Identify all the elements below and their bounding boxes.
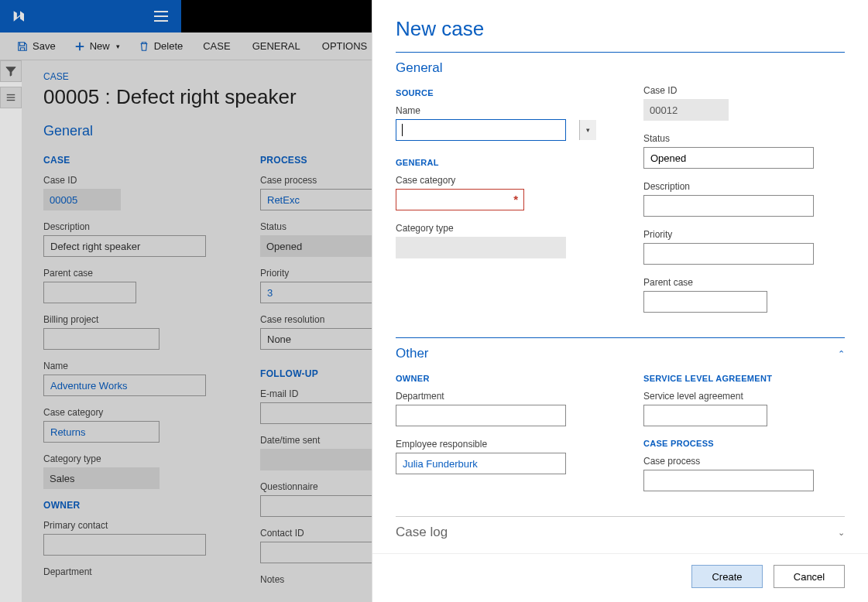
panel-category-type-field (396, 237, 566, 258)
group-case: CASE (43, 155, 229, 166)
panel-section-general: General SOURCE Name ▾ GENERAL Case ca (396, 52, 845, 337)
name-field[interactable] (43, 375, 206, 396)
group-sla: SERVICE LEVEL AGREEMENT (643, 374, 845, 383)
panel-section-general-header[interactable]: General (396, 60, 845, 76)
priority-field[interactable] (260, 282, 376, 303)
dropdown-button[interactable]: ▾ (579, 120, 596, 140)
filter-button[interactable] (0, 60, 22, 82)
panel-case-category-field[interactable] (396, 189, 524, 210)
panel-description-label: Description (643, 181, 845, 192)
tab-options[interactable]: OPTIONS (313, 37, 377, 55)
top-nav-spacer (40, 0, 141, 32)
panel-title: New case (396, 17, 845, 41)
parent-case-field[interactable] (43, 282, 136, 303)
plus-icon (74, 41, 85, 52)
billing-project-field[interactable] (43, 328, 160, 350)
panel-sla-label: Service level agreement (643, 391, 845, 402)
category-type-label: Category type (43, 453, 229, 464)
required-star-icon: * (513, 193, 518, 206)
description-label: Description (43, 221, 229, 232)
trash-icon (139, 41, 149, 52)
tab-general[interactable]: GENERAL (243, 37, 310, 55)
primary-contact-label: Primary contact (43, 520, 229, 531)
panel-employee-label: Employee responsible (396, 439, 597, 450)
panel-priority-field[interactable] (643, 243, 814, 265)
column-left: CASE Case ID Description Parent case Bil… (43, 150, 229, 596)
panel-category-type-label: Category type (396, 223, 597, 234)
panel-section-case-log: Case log ⌄ (396, 516, 845, 553)
primary-contact-field[interactable] (43, 534, 206, 556)
panel-case-category-label: Case category (396, 175, 597, 186)
dynamics-logo[interactable] (0, 0, 40, 32)
new-case-panel: New case General SOURCE Name ▾ GENERAL (372, 0, 868, 602)
cancel-button[interactable]: Cancel (774, 565, 845, 588)
panel-sla-field[interactable] (643, 405, 767, 426)
group-owner-panel: OWNER (396, 374, 597, 383)
panel-footer: Create Cancel (372, 553, 868, 602)
group-case-process-panel: CASE PROCESS (643, 439, 845, 448)
case-process-field[interactable] (260, 189, 376, 210)
chevron-down-icon: ▾ (116, 43, 120, 50)
category-type-field (43, 467, 160, 489)
email-id-field[interactable] (260, 402, 376, 424)
panel-status-label: Status (643, 133, 845, 144)
case-resolution-field[interactable] (260, 328, 376, 350)
panel-case-id-label: Case ID (643, 85, 845, 96)
save-label: Save (33, 40, 56, 52)
panel-employee-field[interactable] (396, 453, 566, 474)
group-source: SOURCE (396, 88, 597, 97)
parent-case-label: Parent case (43, 268, 229, 279)
chevron-down-icon[interactable]: ⌄ (838, 528, 845, 538)
panel-process-label: Case process (643, 456, 845, 467)
questionnaire-field[interactable] (260, 495, 376, 517)
panel-section-other-header[interactable]: Other ⌃ (396, 346, 845, 361)
new-label: New (90, 40, 110, 52)
status-field (260, 235, 376, 257)
panel-priority-label: Priority (643, 229, 845, 240)
delete-label: Delete (154, 40, 184, 52)
panel-department-label: Department (396, 391, 597, 402)
panel-name-select[interactable] (396, 119, 566, 141)
name-label: Name (43, 361, 229, 371)
date-sent-field (260, 449, 376, 470)
delete-button[interactable]: Delete (131, 37, 191, 55)
panel-section-case-log-header[interactable]: Case log ⌄ (396, 525, 845, 540)
panel-department-field[interactable] (396, 405, 566, 426)
case-id-field[interactable] (43, 189, 121, 210)
group-general-panel: GENERAL (396, 158, 597, 167)
list-button[interactable] (0, 87, 22, 108)
panel-case-id-field (643, 99, 729, 121)
group-owner: OWNER (43, 500, 229, 511)
left-rail (0, 60, 22, 113)
case-id-label: Case ID (43, 175, 229, 186)
case-category-field[interactable] (43, 421, 160, 443)
panel-description-field[interactable] (643, 195, 814, 217)
panel-status-field[interactable] (643, 147, 814, 169)
description-field[interactable] (43, 235, 206, 257)
new-button[interactable]: New ▾ (67, 37, 128, 55)
create-button[interactable]: Create (691, 565, 763, 588)
save-icon (17, 41, 28, 52)
chevron-up-icon[interactable]: ⌃ (838, 349, 845, 359)
billing-project-label: Billing project (43, 314, 229, 325)
panel-process-field[interactable] (643, 470, 814, 491)
case-category-label: Case category (43, 407, 229, 418)
save-button[interactable]: Save (9, 37, 63, 55)
panel-parent-case-field[interactable] (643, 291, 767, 313)
department-label-bg: Department (43, 566, 229, 577)
hamburger-menu-button[interactable] (141, 0, 181, 32)
panel-section-other: Other ⌃ OWNER Department Employee respon… (396, 337, 845, 516)
tab-case[interactable]: CASE (194, 37, 239, 55)
contact-id-field[interactable] (260, 542, 376, 563)
panel-parent-case-label: Parent case (643, 277, 845, 288)
panel-name-label: Name (396, 105, 597, 116)
